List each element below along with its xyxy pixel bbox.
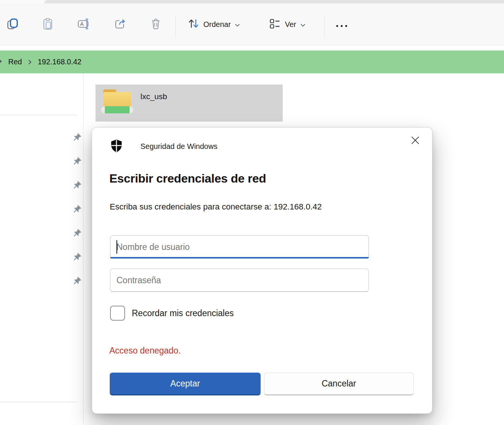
accept-button[interactable]: Aceptar bbox=[110, 373, 261, 395]
password-input[interactable] bbox=[110, 269, 369, 292]
file-explorer-window: A bbox=[0, 0, 504, 425]
delete-icon bbox=[149, 17, 163, 32]
share-icon bbox=[113, 17, 127, 32]
view-label: Ver bbox=[285, 20, 296, 29]
close-button[interactable] bbox=[407, 133, 423, 149]
sort-icon bbox=[187, 17, 199, 32]
paste-button[interactable] bbox=[37, 14, 58, 35]
dialog-app-title: Seguridad de Windows bbox=[140, 142, 218, 151]
sidebar-pinned-items bbox=[72, 132, 82, 287]
focus-underline bbox=[110, 257, 369, 259]
folder-usb-icon bbox=[100, 87, 134, 120]
checkbox-unchecked[interactable] bbox=[110, 306, 125, 321]
username-input[interactable] bbox=[110, 235, 369, 259]
credentials-dialog: Seguridad de Windows Escribir credencial… bbox=[92, 127, 432, 414]
rename-button[interactable]: A bbox=[73, 14, 94, 35]
close-icon bbox=[410, 135, 420, 147]
pushpin-icon[interactable] bbox=[72, 180, 82, 191]
toolbar-separator bbox=[324, 16, 325, 38]
file-item[interactable]: lxc_usb bbox=[95, 85, 283, 122]
view-button[interactable]: Ver bbox=[266, 14, 309, 35]
checkbox-label: Recordar mis credenciales bbox=[132, 308, 234, 318]
more-options-button[interactable] bbox=[332, 14, 355, 35]
pushpin-icon[interactable] bbox=[72, 276, 82, 287]
sort-button[interactable]: Ordenar bbox=[184, 14, 243, 35]
pushpin-icon[interactable] bbox=[72, 228, 82, 239]
pushpin-icon[interactable] bbox=[72, 204, 82, 215]
windows-security-shield-icon bbox=[110, 139, 123, 155]
toolbar-separator bbox=[175, 16, 176, 38]
dialog-title: Escribir credenciales de red bbox=[109, 172, 266, 186]
pushpin-icon[interactable] bbox=[72, 156, 82, 167]
remember-credentials-checkbox-row[interactable]: Recordar mis credenciales bbox=[110, 306, 234, 321]
breadcrumb-item-ip[interactable]: 192.168.0.42 bbox=[36, 57, 83, 67]
svg-text:A: A bbox=[80, 21, 84, 27]
sidebar-section-divider bbox=[0, 115, 77, 115]
chevron-right-icon bbox=[28, 58, 32, 67]
password-field-wrapper bbox=[110, 269, 369, 292]
sidebar-divider bbox=[83, 73, 84, 425]
tab-remnant[interactable] bbox=[44, 0, 504, 3]
chevron-down-icon bbox=[300, 20, 306, 29]
pushpin-icon[interactable] bbox=[72, 252, 82, 263]
username-field-wrapper bbox=[110, 235, 369, 259]
chevron-right-icon bbox=[0, 58, 2, 66]
delete-button[interactable] bbox=[145, 14, 166, 35]
dialog-subtitle: Escriba sus credenciales para conectarse… bbox=[110, 202, 322, 212]
text-caret bbox=[116, 240, 117, 254]
share-button[interactable] bbox=[109, 14, 130, 35]
rename-icon: A bbox=[77, 17, 91, 32]
toolbar: A bbox=[0, 3, 504, 46]
breadcrumb-item-red[interactable]: Red bbox=[7, 57, 24, 67]
address-bar: Red 192.168.0.42 bbox=[0, 51, 504, 73]
copy-button[interactable] bbox=[2, 14, 23, 35]
more-options-icon bbox=[335, 20, 348, 29]
sidebar-section-divider bbox=[0, 402, 77, 402]
pushpin-icon[interactable] bbox=[72, 132, 82, 143]
file-name: lxc_usb bbox=[140, 92, 167, 101]
chevron-down-icon bbox=[235, 20, 240, 29]
error-message: Acceso denegado. bbox=[109, 346, 181, 356]
cancel-button[interactable]: Cancelar bbox=[264, 373, 414, 395]
view-icon bbox=[269, 18, 281, 31]
paste-icon bbox=[41, 17, 55, 32]
tab-strip bbox=[0, 0, 504, 3]
copy-icon bbox=[6, 17, 19, 32]
sort-label: Ordenar bbox=[203, 20, 231, 29]
